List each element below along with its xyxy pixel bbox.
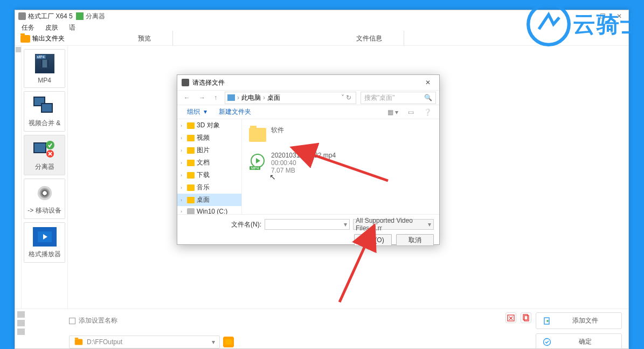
breadcrumb-root[interactable]: 此电脑 [241,93,261,102]
ok-label: 确定 [579,337,592,346]
mp4-badge: MP4 [250,166,260,170]
sidebar-item-splitter[interactable]: 分离器 [24,135,65,175]
menu-skin[interactable]: 皮肤 [43,22,60,32]
search-input[interactable]: 搜索"桌面" 🔍 [361,92,436,104]
output-folder-button[interactable]: 输出文件夹 [17,33,68,44]
dock-item[interactable] [16,47,21,52]
mini-dock-item[interactable] [17,320,25,326]
menu-task[interactable]: 任务 [19,22,37,32]
mp4-icon: MP4 [35,54,54,73]
search-placeholder: 搜索"桌面" [364,93,395,102]
svg-rect-2 [40,60,42,67]
browse-folder-button[interactable] [223,337,234,347]
output-path-combo[interactable]: D:\FFOutput ▾ [69,336,220,348]
checkbox-icon [69,318,75,324]
refresh-dropdown-icon[interactable]: ˅ ↻ [339,94,354,101]
cancel-button[interactable]: 取消 [396,234,434,246]
open-button[interactable]: 打开(O) [354,234,392,246]
nav-tree: ›3D 对象 ›视频 ›图片 ›文档 ›下载 ›音乐 ›桌面 ›Win10 (C… [177,119,242,214]
list-item-folder[interactable]: 软件 [246,124,435,146]
folder-icon [187,197,195,203]
ok-button[interactable]: 确定 [536,333,622,349]
tree-item-drive-c[interactable]: ›Win10 (C:) [177,206,241,214]
svg-point-14 [544,338,551,345]
cursor-icon: ↖ [269,173,276,181]
filter-text: All Supported Video Files (*.rr [356,217,428,232]
help-button[interactable]: ❔ [421,107,434,117]
menu-language[interactable]: 语 [67,22,78,32]
sidebar: MP4 MP4 视频合并 & [22,46,68,309]
tab-fileinfo[interactable]: 文件信息 [335,31,404,46]
new-folder-button[interactable]: 新建文件夹 [217,106,253,118]
breadcrumb[interactable]: › 此电脑 › 桌面 ˅ ↻ [225,92,356,104]
folder-icon [187,147,195,154]
mobile-icon [32,182,58,204]
folder-icon [75,339,82,345]
folder-icon [20,35,30,43]
folder-icon [187,122,195,129]
nav-back-button[interactable]: ← [181,93,193,102]
organize-menu[interactable]: 组织 ▾ [183,106,209,118]
chevron-down-icon: ▾ [344,221,347,228]
splitter-icon [32,139,58,160]
merge-icon [32,95,58,117]
dialog-footer: 文件名(N): ▾ All Supported Video Files (*.r… [177,214,439,250]
chevron-down-icon: ▾ [212,338,215,346]
file-size: 7.07 MB [271,167,336,174]
file-name: 软件 [271,126,284,135]
folder-icon [249,128,266,142]
watermark-logo-icon [524,0,573,49]
tree-item-desktop[interactable]: ›桌面 [177,194,241,206]
sidebar-item-mp4[interactable]: MP4 MP4 [24,49,65,88]
clear-list-button[interactable] [521,312,531,323]
dialog-title: 请选择文件 [192,78,225,87]
tree-item-music[interactable]: ›音乐 [177,181,241,194]
remove-file-button[interactable] [505,312,516,323]
output-folder-label: 输出文件夹 [32,34,65,43]
tab-headers: 预览 文件信息 [116,31,404,47]
dialog-app-icon [182,79,189,86]
tree-item-3d[interactable]: ›3D 对象 [177,119,241,132]
svg-rect-5 [41,104,52,112]
watermark: 云骑士 [524,0,644,49]
add-file-button[interactable]: 添加文件 [536,312,622,329]
watermark-text: 云骑士 [573,9,644,39]
tree-item-pictures[interactable]: ›图片 [177,144,241,156]
nav-forward-button[interactable]: → [196,93,209,102]
file-open-dialog: 请选择文件 ✕ ← → ↑ › 此电脑 › 桌面 ˅ ↻ 搜索"桌面" 🔍 组织… [177,74,440,245]
tree-item-videos[interactable]: ›视频 [177,132,241,144]
tree-item-downloads[interactable]: ›下载 [177,169,241,181]
nav-up-button[interactable]: ↑ [211,93,220,102]
player-icon [32,226,58,248]
subtitle-icon [76,12,84,20]
breadcrumb-current[interactable]: 桌面 [267,93,280,102]
sidebar-item-label: MP4 [38,77,51,84]
chevron-right-icon: › [237,94,239,101]
svg-rect-3 [47,60,49,67]
mini-dock-item[interactable] [17,311,25,318]
mini-dock-item[interactable] [17,329,25,335]
left-dock [15,46,22,309]
search-icon: 🔍 [424,94,432,101]
file-list[interactable]: 软件 MP4 20201031164822.mp4 00:00:40 7.07 … [242,119,439,214]
sidebar-item-merge[interactable]: 视频合并 & [24,91,65,132]
view-options-button[interactable]: ▦ ▾ [385,107,400,117]
file-type-filter[interactable]: All Supported Video Files (*.rr ▾ [353,219,434,230]
folder-icon [187,160,195,166]
sidebar-item-player[interactable]: 格式播放器 [24,222,65,263]
add-file-icon [543,317,551,325]
sidebar-item-mobile[interactable]: -> 移动设备 [24,179,65,219]
filename-input[interactable]: ▾ [265,219,350,230]
dialog-nav-bar: ← → ↑ › 此电脑 › 桌面 ˅ ↻ 搜索"桌面" 🔍 [177,90,439,105]
sidebar-item-label: -> 移动设备 [27,206,61,215]
tab-preview[interactable]: 预览 [116,31,173,46]
pc-icon [227,94,235,101]
add-setting-checkbox[interactable]: 添加设置名称 [69,316,117,325]
svg-point-0 [528,4,569,45]
preview-pane-button[interactable]: ▭ [406,107,416,117]
dialog-close-button[interactable]: ✕ [421,78,435,87]
folder-icon [187,184,195,191]
video-file-icon: MP4 [251,154,265,168]
drive-icon [187,208,195,214]
tree-item-documents[interactable]: ›文档 [177,156,241,169]
